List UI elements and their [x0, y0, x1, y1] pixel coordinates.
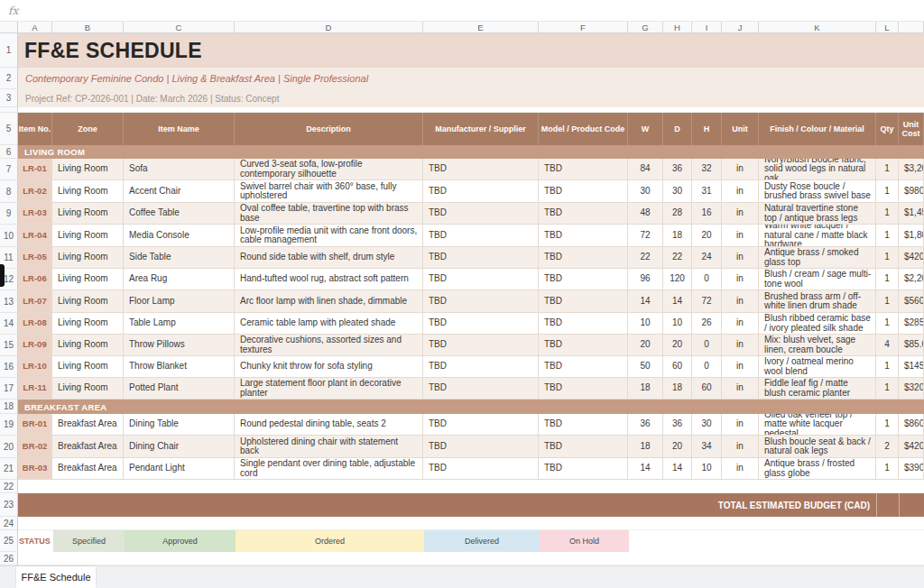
cell-model[interactable]: TBD [539, 180, 628, 203]
cell-item-name[interactable]: Accent Chair [124, 180, 235, 203]
cell-unit-cost[interactable]: $320.00 [899, 378, 924, 400]
cell-zone[interactable]: Living Room [52, 290, 124, 313]
cell-model[interactable]: TBD [539, 378, 628, 400]
cell-manufacturer[interactable]: TBD [423, 159, 539, 180]
cell-item-no[interactable]: LR-03 [18, 203, 52, 225]
cell-unit[interactable]: in [722, 414, 759, 436]
row-number-6[interactable]: 6 [0, 145, 18, 159]
row-number-10[interactable]: 10 [0, 225, 18, 247]
cell-zone[interactable]: Living Room [52, 225, 124, 247]
total-cost-cell[interactable] [899, 493, 924, 517]
cell-unit-cost[interactable]: $420.00 [899, 436, 924, 458]
table-header-zone[interactable]: Zone [52, 113, 124, 145]
row-number-8[interactable]: 8 [0, 180, 18, 203]
cell-model[interactable]: TBD [539, 356, 628, 378]
cell-manufacturer[interactable]: TBD [423, 180, 539, 203]
cell-manufacturer[interactable]: TBD [423, 247, 539, 269]
subtitle-cell[interactable]: Contemporary Feminine Condo | Living & B… [18, 68, 924, 89]
status-legend-delivered[interactable]: Delivered [424, 530, 540, 552]
row-number-22[interactable]: 22 [0, 480, 18, 493]
cell-manufacturer[interactable]: TBD [423, 335, 539, 356]
cell-width[interactable]: 30 [628, 180, 663, 203]
cell-unit[interactable]: in [722, 247, 759, 269]
cell-unit-cost[interactable]: $3,200 [899, 159, 924, 180]
cell-unit-cost[interactable]: $980.00 [899, 180, 924, 203]
row-number-24[interactable]: 24 [0, 517, 18, 530]
cell-height[interactable]: 24 [692, 247, 722, 269]
total-budget-label[interactable]: TOTAL ESTIMATED BUDGET (CAD) [18, 493, 876, 517]
total-qty-cell[interactable] [876, 493, 899, 517]
column-header-F[interactable]: F [539, 22, 628, 32]
cell-depth[interactable]: 36 [663, 414, 692, 436]
cell-unit-cost[interactable]: $2,200 [899, 269, 924, 290]
cell-depth[interactable]: 28 [663, 203, 692, 225]
cell-qty[interactable]: 2 [876, 436, 899, 458]
cell-description[interactable]: Low-profile media unit with cane front d… [235, 225, 423, 247]
cell-width[interactable]: 14 [628, 290, 663, 313]
cell-width[interactable]: 50 [628, 356, 663, 378]
cell-qty[interactable]: 1 [876, 313, 899, 335]
cell-model[interactable]: TBD [539, 335, 628, 356]
column-header-D[interactable]: D [235, 22, 423, 32]
cell-height[interactable]: 20 [692, 225, 722, 247]
project-meta-cell[interactable]: Project Ref: CP-2026-001 | Date: March 2… [18, 89, 924, 107]
cell-finish[interactable]: Brushed brass arm / off-white linen drum… [759, 290, 876, 313]
column-header-K[interactable]: K [759, 22, 876, 32]
cell-unit[interactable]: in [722, 378, 759, 400]
cell-unit[interactable]: in [722, 458, 759, 480]
cell-unit[interactable]: in [722, 159, 759, 180]
cell-finish[interactable]: Natural travertine stone top / antique b… [759, 203, 876, 225]
cell-item-no[interactable]: LR-11 [18, 378, 52, 400]
cell-width[interactable]: 96 [628, 269, 663, 290]
cell-model[interactable]: TBD [539, 269, 628, 290]
cell-unit[interactable]: in [722, 356, 759, 378]
column-header-C[interactable]: C [124, 22, 235, 32]
cell-depth[interactable]: 14 [663, 290, 692, 313]
cell-width[interactable]: 18 [628, 378, 663, 400]
cell-description[interactable]: Round pedestal dining table, seats 2 [235, 414, 423, 436]
table-header-manufacturer[interactable]: Manufacturer / Supplier [423, 113, 539, 145]
cell-height[interactable]: 0 [692, 269, 722, 290]
cell-item-no[interactable]: BR-02 [18, 436, 52, 458]
cell-width[interactable]: 22 [628, 247, 663, 269]
cell-finish[interactable]: Fiddle leaf fig / matte blush ceramic pl… [759, 378, 876, 400]
cell-width[interactable]: 84 [628, 159, 663, 180]
sheet-tab-ffe-schedule[interactable]: FF&E Schedule [16, 566, 96, 588]
cell-finish[interactable]: Warm white lacquer / natural cane / matt… [759, 225, 876, 247]
cell-zone[interactable]: Living Room [52, 159, 124, 180]
row-number-19[interactable]: 19 [0, 414, 18, 436]
table-header-item-name[interactable]: Item Name [124, 113, 235, 145]
cell-unit-cost[interactable]: $390.00 [899, 458, 924, 480]
row-number-17[interactable]: 17 [0, 378, 18, 400]
cell-width[interactable]: 18 [628, 436, 663, 458]
row-number-13[interactable]: 13 [0, 290, 18, 313]
row-number-16[interactable]: 16 [0, 356, 18, 378]
cell-manufacturer[interactable]: TBD [423, 203, 539, 225]
row-number-1[interactable]: 1 [0, 33, 18, 68]
table-header-finish[interactable]: Finish / Colour / Material [759, 113, 876, 145]
cell-height[interactable]: 0 [692, 335, 722, 356]
cell-zone[interactable]: Breakfast Area [52, 414, 124, 436]
cell-height[interactable]: 32 [692, 159, 722, 180]
status-legend-approved[interactable]: Approved [125, 530, 236, 552]
cell-unit[interactable]: in [722, 203, 759, 225]
cell-qty[interactable]: 1 [876, 378, 899, 400]
table-header-qty[interactable]: Qty [876, 113, 899, 145]
cell-qty[interactable]: 1 [876, 180, 899, 203]
table-header-model[interactable]: Model / Product Code [539, 113, 628, 145]
cell-unit-cost[interactable]: $560.00 [899, 290, 924, 313]
table-header-unit-cost[interactable]: Unit Cost [899, 113, 924, 145]
cell-finish[interactable]: Blush boucle seat & back / natural oak l… [759, 436, 876, 458]
row-number-14[interactable]: 14 [0, 313, 18, 335]
cell-description[interactable]: Decorative cushions, assorted sizes and … [235, 335, 423, 356]
row-number-20[interactable]: 20 [0, 436, 18, 458]
cell-model[interactable]: TBD [539, 458, 628, 480]
row-number-21[interactable]: 21 [0, 458, 18, 480]
cell-unit-cost[interactable]: $420.00 [899, 247, 924, 269]
cell-manufacturer[interactable]: TBD [423, 436, 539, 458]
cell-height[interactable]: 34 [692, 436, 722, 458]
column-header-E[interactable]: E [423, 22, 539, 32]
cell-finish[interactable]: Antique brass / frosted glass globe [759, 458, 876, 480]
cell-manufacturer[interactable]: TBD [423, 225, 539, 247]
cell-unit-cost[interactable]: $1,450 [899, 203, 924, 225]
